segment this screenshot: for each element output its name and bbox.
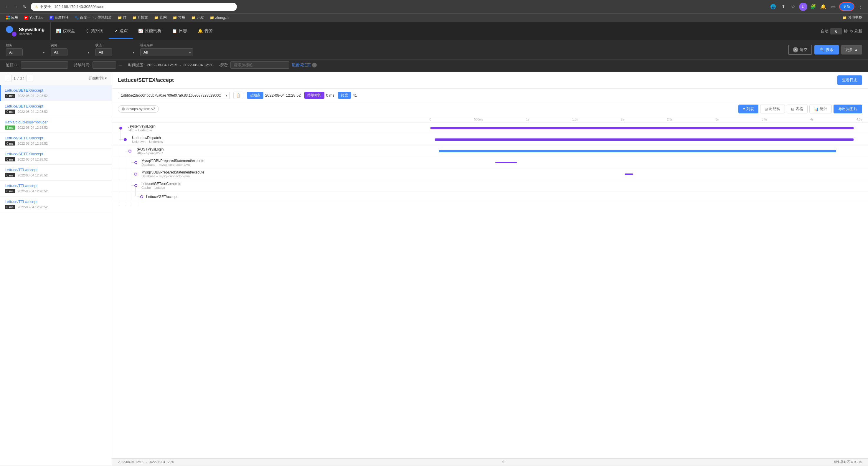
trace-item-name: Lettuce/TTL/accept xyxy=(5,184,107,188)
span-bar-4 xyxy=(431,170,862,178)
trace-item[interactable]: Lettuce/TTL/accept 0 ms 2022-08-04 12:28… xyxy=(0,196,112,212)
export-button[interactable]: 导出为图片 xyxy=(834,104,862,114)
bookmark-baidu-search-label: 百度一下，你就知道 xyxy=(80,15,112,20)
bookmark-other[interactable]: 📁 其他书签 xyxy=(840,14,865,21)
status-timezone-short: 中 xyxy=(502,460,505,464)
view-log-button[interactable]: 查看日志 xyxy=(837,75,862,85)
back-button[interactable]: ← xyxy=(3,3,10,10)
trace-id-input[interactable] xyxy=(21,61,68,69)
next-page-button[interactable]: › xyxy=(26,75,33,82)
span-tree-5 xyxy=(118,184,138,187)
prev-page-button[interactable]: ‹ xyxy=(5,75,12,82)
nav-trace[interactable]: ↗ 追踪 xyxy=(109,24,133,39)
trace-item[interactable]: Lettuce/SETEX/accept 0 ms 2022-08-04 12:… xyxy=(0,101,112,117)
nav-right: 自动 秒 ↻ 刷新 xyxy=(821,28,862,34)
bookmark-it[interactable]: 📁 IT xyxy=(115,15,129,20)
span-tree-1 xyxy=(118,138,128,141)
trace-item[interactable]: Lettuce/SETEX/accept 0 ms 2022-08-04 12:… xyxy=(0,133,112,149)
ruler-mark-1s: 1s xyxy=(526,118,529,121)
tab-table-button[interactable]: ⊟ 表格 xyxy=(787,104,808,114)
tab-list-button[interactable]: ≡ 列表 xyxy=(738,104,758,114)
trace-item-meta: 0 ms 2022-08-04 12:28:52 xyxy=(5,110,107,114)
auto-refresh: 自动 秒 xyxy=(821,28,848,34)
tag-input[interactable] xyxy=(230,61,289,69)
status-bar: 2022-08-04 12:15 ～ 2022-08-04 12:30 中 服务… xyxy=(112,458,868,465)
span-name-main-1: UndertowDispatch xyxy=(132,136,163,140)
duration-min-input[interactable] xyxy=(93,61,116,69)
address-bar[interactable]: ⚠ 不安全 192.168.179.143:30559/trace xyxy=(31,3,237,11)
share-button[interactable]: ⬆ xyxy=(779,3,787,11)
status-time-range: 2022-08-04 12:15 ～ 2022-08-04 12:30 xyxy=(118,460,174,464)
bookmark-official[interactable]: 📁 官网 xyxy=(152,14,169,21)
search-button[interactable]: 🔍 搜索 xyxy=(814,45,839,55)
span-entry-2[interactable]: {POST}/sysLogin Http – SpringMVC xyxy=(112,146,868,157)
span-entry-3[interactable]: Mysql/JDBI/PreparedStatement/execute Dat… xyxy=(112,157,868,168)
menu-button[interactable]: ⋮ xyxy=(856,3,865,11)
bookmark-common[interactable]: 📁 常用 xyxy=(170,14,188,21)
trace-time: 2022-08-04 12:28:52 xyxy=(18,94,48,97)
tab-tree-button[interactable]: ⊞ 树结构 xyxy=(760,104,785,114)
nav-profiling[interactable]: 📈 性能剖析 xyxy=(133,24,167,39)
bookmark-apps[interactable]: 应用 xyxy=(3,14,21,21)
instance-filter-select[interactable]: All xyxy=(51,48,67,56)
bookmark-it-blog[interactable]: 📁 IT博文 xyxy=(130,14,151,21)
update-button[interactable]: 更新 xyxy=(839,2,855,11)
span-dot-5 xyxy=(134,184,137,187)
span-left-2: {POST}/sysLogin Http – SpringMVC xyxy=(118,147,431,155)
span-entry-0[interactable]: /system/sysLogin Http – Undertow xyxy=(112,123,868,134)
span-entry-5[interactable]: Lettuce/GET/onComplete Cache – Lettuce xyxy=(112,180,868,191)
start-label: 起始点 xyxy=(247,92,264,99)
translate-button[interactable]: 🌐 xyxy=(769,3,777,11)
more-button[interactable]: 更多 ▲ xyxy=(841,45,862,55)
trace-item-name: Lettuce/SETEX/accept xyxy=(5,104,107,108)
bookmark-baidu-translate[interactable]: 百 百度翻译 xyxy=(47,14,71,21)
trace-item[interactable]: Lettuce/TTL/accept 0 ms 2022-08-04 12:28… xyxy=(0,165,112,181)
bookmark-zhongzhi[interactable]: 📁 zhongzhi xyxy=(208,15,232,20)
span-entry-4[interactable]: Mysql/JDBI/PreparedStatement/execute Dat… xyxy=(112,168,868,180)
span-label: 跨度 xyxy=(338,92,351,99)
puzzle-button[interactable]: 🧩 xyxy=(809,3,817,11)
forward-button[interactable]: → xyxy=(12,3,20,10)
nav-alarm[interactable]: 🔔 告警 xyxy=(192,24,218,39)
duration-filter: 持续时间: — xyxy=(74,61,123,69)
service-tag-dot xyxy=(122,107,125,111)
sort-control[interactable]: 开始时间 ▾ xyxy=(88,76,107,81)
trace-item[interactable]: Lettuce/TTL/accept 0 ms 2022-08-04 12:28… xyxy=(0,181,112,196)
spans-container: /system/sysLogin Http – Undertow xyxy=(112,123,868,458)
trace-item[interactable]: Kafka/cloud-log/Producer 1 ms 2022-08-04… xyxy=(0,117,112,133)
endpoint-filter-select[interactable]: All xyxy=(140,48,193,56)
nav-dashboard[interactable]: 📊 仪表盘 xyxy=(51,24,81,39)
trace-item-meta: 0 ms 2022-08-04 12:28:52 xyxy=(5,173,107,177)
nav-topology[interactable]: ⬡ 拓扑图 xyxy=(81,24,109,39)
span-bar-0 xyxy=(431,125,862,132)
refresh-button[interactable]: ↻ xyxy=(21,3,28,10)
bookmark-it-blog-label: IT博文 xyxy=(138,15,148,20)
clear-icon: ✕ xyxy=(793,47,798,53)
trace-item[interactable]: Lettuce/SETEX/accept 0 ms 2022-08-04 12:… xyxy=(0,149,112,165)
bookmark-youtube[interactable]: ▶ YouTube xyxy=(22,15,46,20)
bookmark-dev[interactable]: 📁 开发 xyxy=(189,14,206,21)
span-tree-3 xyxy=(118,161,138,164)
trace-item[interactable]: Lettuce/SETEX/accept 0 ms 2022-08-04 12:… xyxy=(0,85,112,101)
tab-stats-button[interactable]: 📊 统计 xyxy=(809,104,832,114)
auto-refresh-input[interactable] xyxy=(830,28,842,34)
time-range-value: 2022-08-04 12:15 ～ 2022-08-04 12:30 xyxy=(147,62,214,68)
span-entry-6[interactable]: Lettuce/GET/accept xyxy=(112,191,868,203)
status-filter-select[interactable]: All xyxy=(95,48,112,56)
start-chip: 起始点 2022-08-04 12:28:52 xyxy=(247,92,301,99)
copy-button[interactable]: 📋 xyxy=(234,92,243,99)
span-entry-1[interactable]: UndertowDispatch Unknown – Undertow xyxy=(112,134,868,146)
dict-link[interactable]: 配置词汇页 ? xyxy=(292,62,317,68)
bell-button[interactable]: 🔔 xyxy=(819,3,827,11)
baidu-translate-icon: 百 xyxy=(49,15,53,20)
trace-id-select[interactable]: 1dbb5e2deb0d4bc5b75a0ae709ef07a6.83.1659… xyxy=(118,92,230,99)
profile-button[interactable]: U xyxy=(799,3,807,11)
trace-item-meta: 0 ms 2022-08-04 12:28:52 xyxy=(5,157,107,161)
layout-button[interactable]: ▭ xyxy=(829,3,837,11)
refresh-button[interactable]: ↻ 刷新 xyxy=(850,29,862,34)
service-filter-select[interactable]: All xyxy=(6,48,23,56)
bookmark-button[interactable]: ☆ xyxy=(789,3,797,11)
nav-log[interactable]: 📋 日志 xyxy=(167,24,192,39)
bookmark-baidu-search[interactable]: 🐾 百度一下，你就知道 xyxy=(72,14,114,21)
clear-button[interactable]: ✕ 清空 xyxy=(788,45,812,55)
